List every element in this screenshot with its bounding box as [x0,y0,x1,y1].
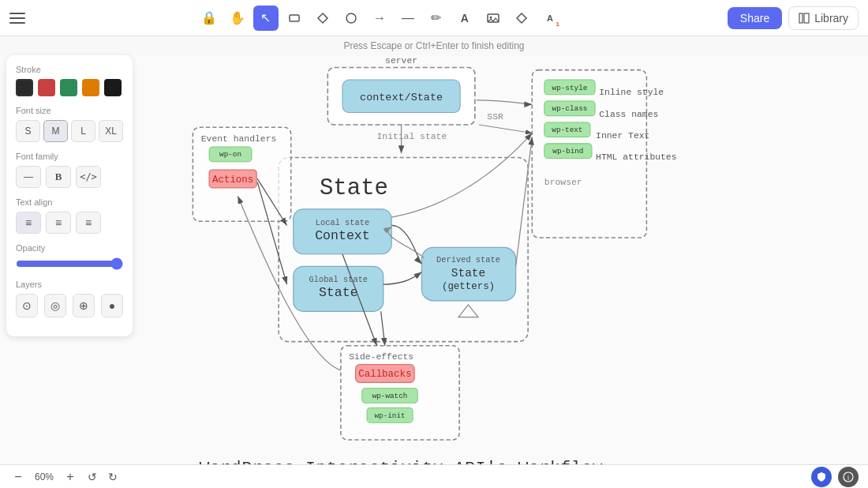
stroke-label: Stroke [16,65,123,74]
svg-text:browser: browser [544,178,582,187]
align-center[interactable]: ≡ [46,212,71,234]
font-code[interactable]: </> [76,166,101,188]
svg-point-2 [346,13,356,23]
svg-text:State: State [319,285,358,300]
svg-text:State: State [320,175,388,201]
svg-line-13 [479,125,532,133]
svg-text:wp-style: wp-style [552,84,588,92]
svg-text:wp-bind: wp-bind [552,147,583,156]
svg-text:Inner Text: Inner Text [596,131,649,141]
text-align-row: ≡ ≡ ≡ [16,212,123,234]
svg-text:Context: Context [315,228,370,243]
svg-text:(getters): (getters) [442,281,495,292]
color-green[interactable] [60,79,77,96]
stroke-section: Stroke [16,65,123,96]
layer-btn-1[interactable]: ⊙ [16,294,38,317]
ai-tool[interactable]: A1 [537,6,563,31]
select-tool[interactable]: ↖ [253,6,279,31]
svg-text:Initial state: Initial state [376,132,447,141]
font-size-section: Font size S M L XL [16,106,123,142]
rect-tool[interactable] [282,6,307,31]
library-button[interactable]: Library [788,6,859,30]
svg-rect-0 [290,15,299,21]
layer-btn-3[interactable]: ⊕ [73,294,95,317]
align-left[interactable]: ≡ [16,212,41,234]
undo-button[interactable]: ↺ [84,468,101,486]
zoom-controls: − 60% + ↺ ↻ [9,468,122,486]
svg-text:i: i [847,474,849,482]
zoom-in-button[interactable]: + [62,468,79,486]
redo-button[interactable]: ↻ [104,468,122,486]
zoom-value: 60% [32,471,57,482]
zoom-out-button[interactable]: − [9,468,27,486]
left-panel: Stroke Font size S M L XL Font family — … [6,55,133,336]
text-tool[interactable]: A [452,6,477,31]
undo-redo: ↺ ↻ [84,468,122,486]
svg-text:SSR: SSR [487,112,503,122]
svg-text:wp-init: wp-init [374,411,405,420]
status-message: Press Escape or Ctrl+Enter to finish edi… [343,40,524,51]
menu-button[interactable] [9,7,32,29]
font-size-s[interactable]: S [16,120,40,142]
svg-text:wp-on: wp-on [219,150,241,159]
layers-row: ⊙ ◎ ⊕ ● [16,294,123,317]
svg-text:context/State: context/State [360,92,443,103]
opacity-row [16,257,123,270]
font-size-m[interactable]: M [43,120,68,142]
opacity-label: Opacity [16,243,123,253]
svg-text:Side-effects: Side-effects [349,352,413,362]
line-tool[interactable]: — [395,6,421,31]
color-red[interactable] [38,79,55,96]
toolbar: 🔒 ✋ ↖ → — ✏ A A1 Share Library [0,0,868,36]
status-bar: Press Escape or Ctrl+Enter to finish edi… [0,36,868,55]
layers-section: Layers ⊙ ◎ ⊕ ● [16,280,123,317]
font-family-row: — B </> [16,166,123,188]
svg-point-4 [489,16,492,18]
hand-tool[interactable]: ✋ [225,6,250,31]
align-right[interactable]: ≡ [76,212,101,234]
font-size-label: Font size [16,106,123,115]
shield-icon[interactable] [811,467,832,487]
image-tool[interactable] [481,6,506,31]
svg-text:WordPress Interactivity API's : WordPress Interactivity API's Workflow [200,459,604,464]
diamond-tool[interactable] [310,6,335,31]
svg-text:wp-text: wp-text [552,126,582,134]
layer-btn-2[interactable]: ◎ [44,294,66,317]
lock-tool[interactable]: 🔒 [196,6,222,31]
font-serif[interactable]: B [46,166,71,188]
svg-text:wp-class: wp-class [552,104,588,113]
layers-label: Layers [16,280,123,289]
font-size-xl[interactable]: XL [99,120,123,142]
toolbar-right: Share Library [728,6,859,30]
info-icon[interactable]: i [838,467,859,487]
font-normal[interactable]: — [16,166,41,188]
opacity-section: Opacity [16,243,123,270]
circle-tool[interactable] [339,6,364,31]
text-align-section: Text align ≡ ≡ ≡ [16,197,123,234]
font-size-l[interactable]: L [71,120,95,142]
pencil-tool[interactable]: ✏ [424,6,449,31]
eraser-tool[interactable] [509,6,534,31]
svg-rect-6 [799,13,803,23]
svg-text:wp-watch: wp-watch [372,392,408,400]
layer-btn-4[interactable]: ● [101,294,123,317]
svg-text:Event handlers: Event handlers [201,134,277,144]
svg-text:Inline style: Inline style [599,88,664,97]
font-size-row: S M L XL [16,120,123,142]
share-button[interactable]: Share [728,7,782,29]
stroke-color-row [16,79,123,96]
svg-rect-7 [804,13,809,23]
svg-text:Local state: Local state [316,218,369,227]
opacity-slider[interactable] [16,257,123,270]
svg-text:State: State [451,267,486,280]
svg-text:Callbacks: Callbacks [358,369,411,380]
svg-marker-1 [318,13,327,23]
svg-text:Class names: Class names [599,110,658,119]
color-dark[interactable] [16,79,33,96]
bottom-bar: − 60% + ↺ ↻ i [0,464,868,488]
arrow-tool[interactable]: → [367,6,392,31]
color-black[interactable] [104,79,122,96]
toolbar-left [9,7,32,29]
color-orange[interactable] [82,79,99,96]
svg-text:server: server [385,56,417,66]
